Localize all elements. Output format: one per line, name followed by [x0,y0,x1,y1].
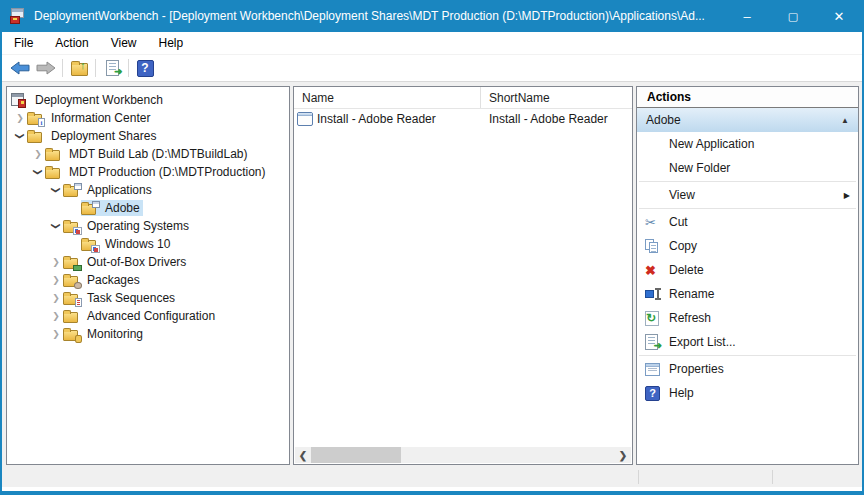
chevron-down-icon[interactable]: ❯ [49,183,63,197]
up-one-level-button[interactable]: ↑ [66,57,92,79]
actions-group-adobe[interactable]: Adobe ▲ [637,108,858,132]
folder-monitor-icon [63,327,80,342]
tree-item-adobe[interactable]: ❯ Adobe [7,199,289,217]
horizontal-scrollbar[interactable]: ❮ ❯ [295,447,631,463]
tree-item-deployment-shares[interactable]: ❯ Deployment Shares [7,127,289,145]
folder-driver-icon [63,255,80,270]
folder-task-icon [63,291,80,306]
back-button[interactable] [7,57,33,79]
action-cut[interactable]: ✂ Cut [637,210,858,234]
toolbar-separator [128,59,129,77]
folder-icon [45,147,62,162]
folder-icon [45,165,62,180]
export-list-icon: ➜ [106,60,119,76]
chevron-right-icon[interactable]: ❯ [49,309,63,323]
folder-os-icon [63,219,80,234]
scissors-icon: ✂ [645,215,656,230]
folder-icon [63,309,80,324]
chevron-right-icon[interactable]: ❯ [49,327,63,341]
folder-info-icon: i [27,111,44,126]
tree-item-operating-systems[interactable]: ❯ Operating Systems [7,217,289,235]
tree-item-windows-10[interactable]: ❯ Windows 10 [7,235,289,253]
results-list-pane: Name ShortName Install - Adobe Reader In… [293,86,633,465]
deployment-workbench-window: DeploymentWorkbench - [Deployment Workbe… [0,0,864,495]
toolbar-separator [62,59,63,77]
help-button[interactable]: ? [132,57,158,79]
tree-item-information-center[interactable]: ❯ i Information Center [7,109,289,127]
tree-item-advanced-configuration[interactable]: ❯ Advanced Configuration [7,307,289,325]
toolbar: ↑ ➜ ? [2,55,862,82]
action-rename[interactable]: Rename [637,282,858,306]
back-arrow-icon [10,61,30,75]
folder-up-icon: ↑ [71,63,88,76]
export-list-button[interactable]: ➜ [99,57,125,79]
actions-separator [639,355,856,356]
actions-separator [639,208,856,209]
tree-item-mdt-production[interactable]: ❯ MDT Production (D:\MDTProduction) [7,163,289,181]
chevron-down-icon[interactable]: ❯ [13,129,27,143]
properties-icon [645,363,660,376]
application-window-icon [297,112,313,126]
action-help[interactable]: ? Help [637,381,858,405]
scroll-left-icon[interactable]: ❮ [295,450,311,461]
tree-item-mdt-build-lab[interactable]: ❯ MDT Build Lab (D:\MDTBuildLab) [7,145,289,163]
menu-bar: File Action View Help [2,32,862,55]
action-properties[interactable]: Properties [637,357,858,381]
scrollbar-thumb[interactable] [311,447,401,463]
chevron-right-icon[interactable]: ❯ [13,111,27,125]
column-header-name[interactable]: Name [294,87,481,108]
action-refresh[interactable]: ↻ Refresh [637,306,858,330]
maximize-button[interactable]: ▢ [770,0,816,32]
statusbar-divider [638,470,639,484]
toolbar-separator [95,59,96,77]
scroll-right-icon[interactable]: ❯ [615,450,631,461]
chevron-down-icon[interactable]: ❯ [49,219,63,233]
list-row-install-adobe-reader[interactable]: Install - Adobe Reader Install - Adobe R… [294,109,632,129]
folder-package-icon [63,273,80,288]
status-bar [2,467,862,487]
chevron-right-icon[interactable]: ❯ [49,273,63,287]
list-cell-name: Install - Adobe Reader [317,112,436,126]
menu-file[interactable]: File [4,33,43,53]
help-icon: ? [645,386,660,401]
column-header-shortname[interactable]: ShortName [481,87,632,108]
action-view[interactable]: View ▶ [637,183,858,207]
tree-item-monitoring[interactable]: ❯ Monitoring [7,325,289,343]
chevron-right-icon[interactable]: ❯ [31,147,45,161]
menu-help[interactable]: Help [149,33,194,53]
action-copy[interactable]: Copy [637,234,858,258]
tree-item-applications[interactable]: ❯ Applications [7,181,289,199]
list-cell-shortname: Install - Adobe Reader [481,112,632,126]
minimize-button[interactable]: – [724,0,770,32]
refresh-icon: ↻ [645,311,659,326]
actions-pane-title: Actions [637,87,858,108]
forward-button[interactable] [33,57,59,79]
close-button[interactable]: ✕ [816,0,862,32]
action-export-list[interactable]: ➜ Export List... [637,330,858,354]
tree-item-out-of-box-drivers[interactable]: ❯ Out-of-Box Drivers [7,253,289,271]
console-tree-pane: Deployment Workbench ❯ i Information Cen… [6,86,290,465]
action-delete[interactable]: ✖ Delete [637,258,858,282]
menu-action[interactable]: Action [45,33,98,53]
delete-x-icon: ✖ [645,263,656,278]
chevron-down-icon[interactable]: ❯ [31,165,45,179]
actions-separator [639,181,856,182]
window-title: DeploymentWorkbench - [Deployment Workbe… [34,9,724,23]
chevron-right-icon[interactable]: ❯ [49,291,63,305]
tree-item-deployment-workbench[interactable]: Deployment Workbench [7,91,289,109]
action-new-application[interactable]: New Application [637,132,858,156]
help-icon: ? [137,60,154,77]
folder-os-icon [81,237,98,252]
collapse-chevron-icon[interactable]: ▲ [841,116,849,125]
chevron-right-icon[interactable]: ❯ [49,255,63,269]
tree-item-task-sequences[interactable]: ❯ Task Sequences [7,289,289,307]
menu-view[interactable]: View [101,33,147,53]
rename-icon [645,288,661,300]
content-area: Deployment Workbench ❯ i Information Cen… [2,82,862,467]
copy-icon [645,239,659,254]
action-new-folder[interactable]: New Folder [637,156,858,180]
submenu-arrow-icon: ▶ [844,191,850,200]
tree-item-packages[interactable]: ❯ Packages [7,271,289,289]
actions-pane: Actions Adobe ▲ New Application New Fold… [636,86,859,465]
list-header: Name ShortName [294,87,632,109]
